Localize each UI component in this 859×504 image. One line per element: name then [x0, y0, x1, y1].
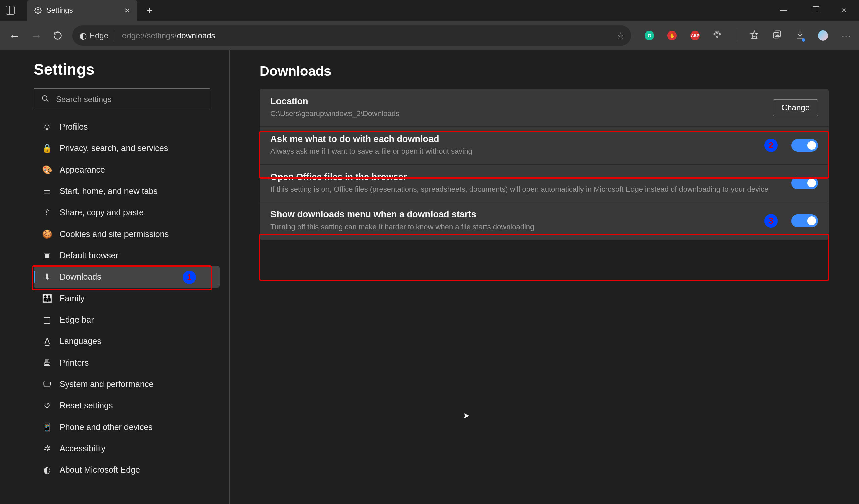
sidebar-item-label: Profiles	[60, 122, 88, 132]
search-input[interactable]	[56, 95, 202, 104]
sidebar-item-reset[interactable]: ↺Reset settings	[33, 395, 220, 416]
sidebar-item-cookies[interactable]: 🍪Cookies and site permissions	[33, 223, 220, 245]
sidebar-item-label: Family	[60, 294, 85, 303]
divider	[736, 29, 736, 42]
location-path: C:\Users\gearupwindows_2\Downloads	[270, 109, 760, 119]
sidebar-item-edgebar[interactable]: ◫Edge bar	[33, 309, 220, 330]
toggle-office-files[interactable]	[791, 177, 818, 189]
sidebar-item-label: Reset settings	[60, 401, 113, 410]
change-location-button[interactable]: Change	[773, 99, 818, 116]
reset-icon: ↺	[42, 401, 52, 410]
new-tab-button[interactable]: +	[147, 5, 153, 16]
more-menu-icon[interactable]: ···	[842, 31, 851, 41]
sidebar-item-share[interactable]: ⇪Share, copy and paste	[33, 202, 220, 223]
ublock-ext-icon[interactable]: ✋	[667, 31, 677, 40]
favorite-icon[interactable]: ☆	[617, 31, 624, 41]
location-row: Location C:\Users\gearupwindows_2\Downlo…	[260, 89, 829, 127]
setting-title: Show downloads menu when a download star…	[270, 209, 751, 220]
printer-icon: 🖶	[42, 358, 52, 367]
url-path: downloads	[177, 31, 215, 40]
sidebar-item-label: Edge bar	[60, 315, 94, 325]
forward-button[interactable]: →	[26, 26, 46, 46]
settings-sidebar: Settings ☺Profiles 🔒Privacy, search, and…	[0, 50, 229, 504]
language-icon: A̲	[42, 336, 52, 346]
gear-icon	[34, 7, 42, 14]
edge-icon: ◐	[42, 465, 52, 475]
svg-point-3	[42, 95, 47, 100]
favorites-icon[interactable]	[750, 30, 759, 41]
phone-icon: 📱	[42, 422, 52, 432]
annotation-box-3	[259, 234, 829, 281]
sidebar-item-system[interactable]: 🖵System and performance	[33, 373, 220, 395]
toggle-ask-download[interactable]	[791, 139, 818, 152]
toggle-show-menu[interactable]	[791, 215, 818, 227]
accessibility-icon: ✲	[42, 444, 52, 453]
sidebar-item-label: Privacy, search, and services	[60, 143, 168, 153]
collections-icon[interactable]	[772, 30, 782, 41]
sidebar-item-label: Languages	[60, 336, 101, 346]
sidebar-item-label: Downloads	[60, 272, 101, 282]
sidebar-item-profiles[interactable]: ☺Profiles	[33, 116, 220, 137]
search-icon	[41, 95, 49, 104]
sidebar-item-start[interactable]: ▭Start, home, and new tabs	[33, 180, 220, 202]
sidebar-item-label: Accessibility	[60, 444, 105, 453]
profile-icon: ☺	[42, 122, 52, 132]
annotation-number-2: 2	[764, 139, 778, 152]
back-button[interactable]: ←	[5, 26, 25, 46]
profile-avatar[interactable]	[818, 31, 828, 41]
maximize-button[interactable]	[799, 0, 829, 21]
abp-ext-icon[interactable]: ABP	[690, 31, 699, 40]
sidebar-icon: ◫	[42, 315, 52, 325]
close-window-button[interactable]: ×	[829, 0, 859, 21]
browser-tab[interactable]: Settings ×	[27, 0, 137, 21]
downloads-panel: Location C:\Users\gearupwindows_2\Downlo…	[260, 89, 829, 240]
lock-icon: 🔒	[42, 143, 52, 153]
sidebar-item-printers[interactable]: 🖶Printers	[33, 352, 220, 373]
browser-icon: ▣	[42, 251, 52, 261]
monitor-icon: 🖵	[42, 379, 52, 389]
setting-desc: Always ask me if I want to save a file o…	[270, 146, 751, 157]
sidebar-item-appearance[interactable]: 🎨Appearance	[33, 159, 220, 180]
palette-icon: 🎨	[42, 165, 52, 175]
url-prefix: edge://settings/	[122, 31, 177, 40]
content: Settings ☺Profiles 🔒Privacy, search, and…	[0, 50, 859, 504]
setting-desc: If this setting is on, Office files (pre…	[270, 184, 778, 195]
settings-main: Downloads Location C:\Users\gearupwindow…	[229, 50, 859, 504]
download-icon: ⬇	[42, 272, 52, 282]
sidebar-item-label: System and performance	[60, 379, 153, 389]
sidebar-item-label: Phone and other devices	[60, 422, 153, 432]
sidebar-item-downloads[interactable]: ⬇ Downloads	[33, 266, 220, 287]
extensions-icon[interactable]	[713, 30, 722, 41]
sidebar-item-accessibility[interactable]: ✲Accessibility	[33, 438, 220, 459]
family-icon: 👪	[42, 294, 52, 303]
cookie-icon: 🍪	[42, 229, 52, 239]
sidebar-item-label: Appearance	[60, 165, 105, 175]
sidebar-item-privacy[interactable]: 🔒Privacy, search, and services	[33, 137, 220, 159]
tab-title: Settings	[46, 6, 73, 15]
downloads-icon[interactable]	[795, 30, 805, 41]
window-controls: ×	[768, 0, 859, 21]
sidebar-item-phone[interactable]: 📱Phone and other devices	[33, 416, 220, 438]
titlebar: Settings × + ×	[0, 0, 859, 21]
settings-search[interactable]	[33, 89, 210, 110]
sidebar-item-label: Default browser	[60, 251, 118, 261]
share-icon: ⇪	[42, 208, 52, 218]
grammarly-ext-icon[interactable]: G	[645, 31, 654, 40]
sidebar-item-languages[interactable]: A̲Languages	[33, 330, 220, 352]
sidebar-item-default-browser[interactable]: ▣Default browser	[33, 245, 220, 266]
minimize-button[interactable]	[768, 0, 799, 21]
refresh-button[interactable]	[48, 26, 68, 46]
svg-point-0	[37, 10, 39, 11]
setting-title: Open Office files in the browser	[270, 172, 778, 182]
close-tab-icon[interactable]: ×	[125, 5, 130, 16]
sidebar-item-about[interactable]: ◐About Microsoft Edge	[33, 459, 220, 481]
url-label: Edge	[90, 31, 108, 40]
settings-heading: Settings	[33, 60, 220, 78]
sidebar-item-family[interactable]: 👪Family	[33, 287, 220, 309]
location-title: Location	[270, 96, 760, 107]
page-heading: Downloads	[260, 64, 829, 79]
tab-actions-icon[interactable]	[6, 6, 15, 15]
address-bar[interactable]: ◐ Edge edge://settings/downloads ☆	[73, 26, 631, 46]
window-icon: ▭	[42, 186, 52, 196]
setting-desc: Turning off this setting can make it har…	[270, 222, 751, 232]
